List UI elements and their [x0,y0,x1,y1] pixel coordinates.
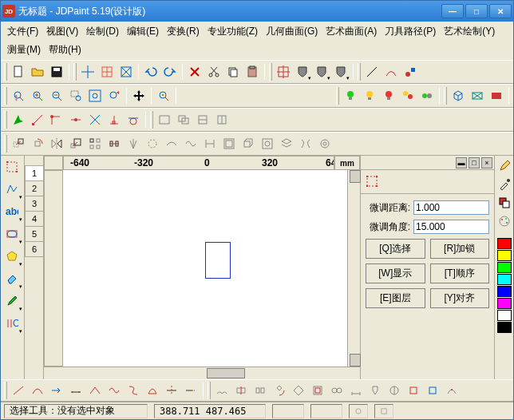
scrollbar-vertical[interactable] [347,170,360,367]
deform-icon[interactable] [296,134,315,153]
bulbs-icon[interactable] [398,86,417,105]
snap-corner-icon[interactable] [47,110,66,129]
scrollbar-horizontal[interactable] [63,367,347,379]
cut-button[interactable] [204,62,223,81]
curve-reverse-icon[interactable] [47,381,66,400]
layer1-icon[interactable] [155,110,174,129]
menu-file[interactable]: 文件(F) [4,23,42,40]
curve-smooth-icon[interactable] [28,381,47,400]
minimize-button[interactable]: — [441,4,464,18]
copy-button[interactable] [223,62,243,81]
notes-icon[interactable]: C [1,312,23,335]
to3d-icon[interactable] [239,134,258,153]
array-icon[interactable] [85,134,105,153]
mirror-icon[interactable] [47,134,66,153]
curve-s-icon[interactable] [124,381,143,400]
box-x-icon[interactable] [117,62,136,81]
btn-align[interactable]: [Y]对齐 [430,288,490,308]
text-icon[interactable]: abc [1,200,23,223]
tool2-icon[interactable] [385,381,404,400]
tab-2[interactable]: 2 [25,180,43,196]
wave-icon[interactable] [315,134,334,153]
pencil-icon[interactable] [496,157,513,175]
bulb-green-icon[interactable] [341,86,360,105]
menu-toolpath[interactable]: 刀具路径(P) [382,23,439,40]
bulb-yellow-icon[interactable] [360,86,379,105]
grid-box-icon[interactable] [97,62,117,81]
menu-view[interactable]: 视图(V) [43,23,81,40]
new-button[interactable] [9,62,28,81]
move-icon[interactable] [9,134,28,153]
drawn-rectangle[interactable] [205,242,231,279]
btn-show[interactable]: [W]显示 [366,263,425,283]
swatch-green[interactable] [497,262,512,273]
scale-icon[interactable] [66,134,85,153]
snap-end-icon[interactable] [28,110,47,129]
shield2-icon[interactable] [312,62,331,81]
break1-icon[interactable] [231,381,251,400]
layer4-icon[interactable] [212,110,231,129]
cube-icon[interactable] [449,86,468,105]
fan-icon[interactable] [124,134,143,153]
polygon-icon[interactable] [1,245,23,267]
select-rect-icon[interactable] [1,156,23,178]
menu-geom-surface[interactable]: 几何曲面(G) [263,23,321,40]
tool1-icon[interactable] [366,381,385,400]
break2-icon[interactable] [251,381,270,400]
panel-menu-icon[interactable]: ▬ [456,157,467,168]
swatch-white[interactable] [497,310,512,321]
btn-order[interactable]: [T]顺序 [430,263,490,283]
target-icon[interactable] [274,62,293,81]
rot-shape-icon[interactable] [270,381,289,400]
tab-1[interactable]: 1 [25,165,43,181]
zoom-window-icon[interactable] [66,86,85,105]
selection-mode-icon[interactable] [364,173,380,189]
toggle-icon[interactable] [417,86,437,105]
zoom-out-icon[interactable] [47,86,66,105]
brush-icon[interactable] [1,290,23,312]
menu-help[interactable]: 帮助(H) [45,42,85,58]
menu-draw[interactable]: 绘制(D) [83,23,122,40]
curve1-icon[interactable] [162,134,181,153]
maximize-button[interactable]: □ [465,4,488,18]
btn-select[interactable]: [Q]选择 [366,239,425,259]
zoom-target-icon[interactable] [154,86,173,105]
swatch-magenta[interactable] [497,298,512,309]
group-icon[interactable] [219,134,239,153]
tab-6[interactable]: 6 [25,241,43,257]
tool5-icon[interactable] [442,381,461,400]
snap-mid-icon[interactable] [66,110,85,129]
canvas[interactable] [63,170,347,367]
status-icon1[interactable] [349,404,368,418]
close-button[interactable]: ✕ [489,4,512,18]
open-button[interactable] [28,62,47,81]
chain-icon[interactable] [327,381,346,400]
undo-button[interactable] [141,62,160,81]
line-icon[interactable] [362,62,382,81]
eraser-icon[interactable] [1,267,23,290]
tool3-icon[interactable] [404,381,423,400]
menu-art-draw[interactable]: 艺术绘制(Y) [441,23,498,40]
wireframe-icon[interactable] [468,86,487,105]
btn-layer[interactable]: [E]图层 [366,288,425,308]
panel-close-icon[interactable]: × [481,157,492,168]
zoom-dyn-icon[interactable]: ↕ [9,86,28,105]
arc-icon[interactable] [382,62,401,81]
join-icon[interactable] [212,381,231,400]
swatch-red[interactable] [497,238,512,249]
snap-tan-icon[interactable] [124,110,143,129]
paste-button[interactable] [243,62,262,81]
zoom-fit-icon[interactable] [85,86,105,105]
curve-peak-icon[interactable] [85,381,105,400]
tab-4[interactable]: 4 [25,211,43,227]
origin-icon[interactable] [78,62,97,81]
angle-input[interactable] [413,220,489,234]
menu-measure[interactable]: 测量(M) [4,42,44,58]
panel-restore-icon[interactable]: □ [469,157,480,168]
layer2-icon[interactable] [174,110,193,129]
tab-5[interactable]: 5 [25,226,43,242]
menu-art-surface[interactable]: 艺术曲面(A) [322,23,380,40]
btn-lock[interactable]: [R]加锁 [430,239,490,259]
region-icon[interactable] [258,134,277,153]
shield3-icon[interactable] [331,62,350,81]
